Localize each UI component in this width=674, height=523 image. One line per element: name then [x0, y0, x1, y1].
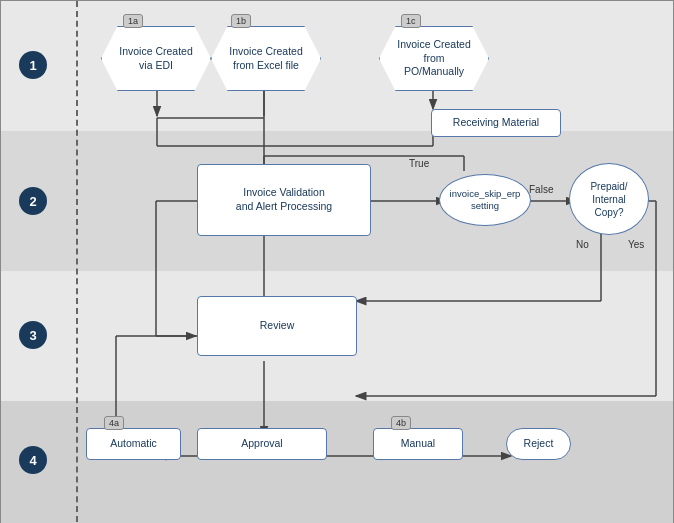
- label-true: True: [409, 158, 429, 169]
- section-num-1: 1: [19, 51, 47, 79]
- label-no: No: [576, 239, 589, 250]
- node-invoice-excel[interactable]: Invoice Created from Excel file: [211, 26, 321, 91]
- diagram-container: 1 2 3 4: [0, 0, 674, 523]
- badge-4b: 4b: [391, 416, 411, 430]
- label-false: False: [529, 184, 553, 195]
- section-num-4: 4: [19, 446, 47, 474]
- node-review[interactable]: Review: [197, 296, 357, 356]
- node-skip-erp[interactable]: invoice_skip_erp setting: [439, 174, 531, 226]
- node-invoice-validation[interactable]: Invoice Validation and Alert Processing: [197, 164, 371, 236]
- node-invoice-po[interactable]: Invoice Created from PO/Manually: [379, 26, 489, 91]
- badge-1c: 1c: [401, 14, 421, 28]
- section-num-2: 2: [19, 187, 47, 215]
- node-invoice-edi[interactable]: Invoice Created via EDI: [101, 26, 211, 91]
- badge-4a: 4a: [104, 416, 124, 430]
- node-prepaid[interactable]: Prepaid/ Internal Copy?: [569, 163, 649, 235]
- label-yes: Yes: [628, 239, 644, 250]
- badge-1b: 1b: [231, 14, 251, 28]
- node-manual[interactable]: Manual: [373, 428, 463, 460]
- node-receiving-material[interactable]: Receiving Material: [431, 109, 561, 137]
- node-automatic[interactable]: Automatic: [86, 428, 181, 460]
- node-reject[interactable]: Reject: [506, 428, 571, 460]
- node-approval[interactable]: Approval: [197, 428, 327, 460]
- section-num-3: 3: [19, 321, 47, 349]
- badge-1a: 1a: [123, 14, 143, 28]
